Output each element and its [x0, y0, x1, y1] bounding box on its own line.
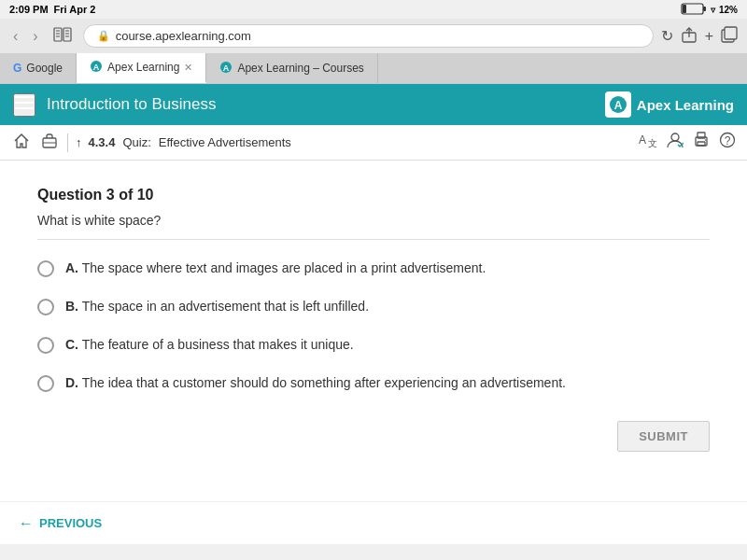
option-b-content: The space in an advertisement that is le…	[82, 299, 369, 314]
question-divider	[37, 239, 710, 240]
option-d-content: The idea that a customer should do somet…	[82, 375, 566, 390]
print-button[interactable]	[693, 132, 710, 153]
home-button[interactable]	[11, 131, 32, 155]
radio-b[interactable]	[37, 299, 54, 315]
svg-point-28	[671, 133, 679, 141]
forward-button[interactable]: ›	[29, 26, 41, 47]
battery-text: 12%	[719, 5, 738, 15]
apex-brand-text: Apex Learning	[637, 97, 734, 113]
main-content: Question 3 of 10 What is white space? A.…	[0, 161, 747, 501]
refresh-button[interactable]: ↻	[661, 27, 673, 45]
option-b-text: B. The space in an advertisement that is…	[65, 297, 369, 316]
lock-icon: 🔒	[97, 30, 110, 42]
battery-indicator	[681, 3, 707, 17]
status-time: 2:09 PM	[9, 4, 49, 15]
translate-button[interactable]: A 文	[639, 132, 657, 153]
question-number: Question 3 of 10	[37, 187, 710, 203]
apex-courses-favicon: A	[219, 61, 233, 77]
toolbar: ↑ 4.3.4 Quiz: Effective Advertisements A…	[0, 125, 747, 161]
address-bar[interactable]: 🔒 course.apexlearning.com	[83, 24, 654, 48]
radio-c[interactable]	[37, 337, 54, 354]
toolbar-left: ↑ 4.3.4 Quiz: Effective Advertisements	[11, 131, 291, 155]
status-date: Fri Apr 2	[54, 4, 96, 15]
tab-apex-label: Apex Learning	[107, 61, 179, 74]
svg-rect-14	[725, 27, 737, 39]
tabs-bar: G Google A Apex Learning ✕ A Apex Learni…	[0, 53, 747, 83]
page-footer: ← PREVIOUS	[0, 501, 747, 544]
url-text: course.apexlearning.com	[116, 29, 251, 43]
option-c-letter: C.	[65, 337, 78, 352]
new-tab-button[interactable]: +	[705, 28, 713, 45]
google-favicon: G	[13, 62, 21, 75]
option-c-content: The feature of a business that makes it …	[82, 337, 354, 352]
question-text: What is white space?	[37, 213, 710, 228]
radio-a[interactable]	[37, 260, 54, 277]
share-button[interactable]	[681, 26, 698, 47]
svg-text:A: A	[93, 63, 100, 72]
nav-actions: ↻ +	[661, 26, 738, 47]
option-d[interactable]: D. The idea that a customer should do so…	[37, 373, 710, 393]
nav-bar: ‹ › 🔒 course.apexlearning.com ↻	[0, 19, 747, 53]
toolbar-right: A 文 ?	[639, 132, 736, 153]
back-button[interactable]: ‹	[9, 26, 21, 47]
breadcrumb-title: Effective Advertisements	[159, 135, 291, 149]
reader-button[interactable]	[49, 25, 76, 48]
svg-point-32	[705, 139, 707, 141]
option-b-letter: B.	[65, 299, 78, 314]
previous-button[interactable]: ← PREVIOUS	[19, 515, 102, 532]
svg-text:?: ?	[725, 134, 731, 147]
apex-logo-icon: A	[605, 91, 631, 118]
header-right: A Apex Learning	[605, 91, 734, 118]
tab-apex-close[interactable]: ✕	[184, 62, 192, 74]
help-button[interactable]: ?	[719, 132, 736, 153]
tabs-button[interactable]	[721, 26, 738, 47]
briefcase-button[interactable]	[39, 131, 60, 155]
person-button[interactable]	[667, 132, 684, 153]
prev-label: PREVIOUS	[39, 516, 102, 530]
radio-d[interactable]	[37, 375, 54, 392]
svg-rect-3	[54, 28, 62, 41]
option-b[interactable]: B. The space in an advertisement that is…	[37, 297, 710, 316]
app-title: Introduction to Business	[47, 95, 216, 114]
app-header: Introduction to Business A Apex Learning	[0, 84, 747, 125]
apex-logo: A Apex Learning	[605, 91, 734, 118]
toolbar-divider	[67, 133, 68, 152]
status-bar: 2:09 PM Fri Apr 2 ▿ 12%	[0, 0, 747, 19]
svg-text:A: A	[223, 63, 230, 73]
svg-text:A: A	[613, 99, 622, 112]
option-d-text: D. The idea that a customer should do so…	[65, 373, 566, 393]
menu-button[interactable]	[13, 93, 35, 117]
prev-arrow-icon: ←	[19, 515, 34, 532]
svg-text:文: 文	[648, 138, 657, 148]
wifi-icon: ▿	[711, 5, 715, 15]
apex-favicon: A	[90, 60, 103, 76]
option-a[interactable]: A. The space where text and images are p…	[37, 259, 710, 278]
option-c-text: C. The feature of a business that makes …	[65, 335, 354, 355]
tab-apex-courses-label: Apex Learning – Courses	[237, 62, 363, 75]
tab-apex[interactable]: A Apex Learning ✕	[77, 53, 206, 83]
breadcrumb-section: 4.3.4	[89, 135, 116, 149]
breadcrumb: ↑ 4.3.4 Quiz: Effective Advertisements	[76, 135, 291, 149]
tab-google-label: Google	[26, 62, 63, 75]
header-left: Introduction to Business	[13, 93, 216, 117]
option-c[interactable]: C. The feature of a business that makes …	[37, 335, 710, 355]
browser-chrome: ‹ › 🔒 course.apexlearning.com ↻	[0, 19, 747, 84]
option-a-text: A. The space where text and images are p…	[65, 259, 486, 278]
tab-apex-courses[interactable]: A Apex Learning – Courses	[206, 53, 377, 83]
option-a-letter: A.	[65, 260, 78, 275]
svg-rect-2	[683, 5, 686, 13]
svg-rect-31	[698, 142, 705, 146]
breadcrumb-type: Quiz:	[122, 135, 150, 149]
option-d-letter: D.	[65, 375, 78, 390]
breadcrumb-arrow: ↑	[76, 135, 82, 149]
submit-area: SUBMIT	[37, 412, 710, 461]
svg-text:A: A	[639, 133, 646, 147]
submit-button[interactable]: SUBMIT	[617, 421, 710, 452]
tab-google[interactable]: G Google	[0, 53, 77, 83]
svg-rect-1	[703, 7, 706, 11]
option-a-content: The space where text and images are plac…	[82, 260, 486, 275]
svg-rect-4	[63, 28, 71, 41]
